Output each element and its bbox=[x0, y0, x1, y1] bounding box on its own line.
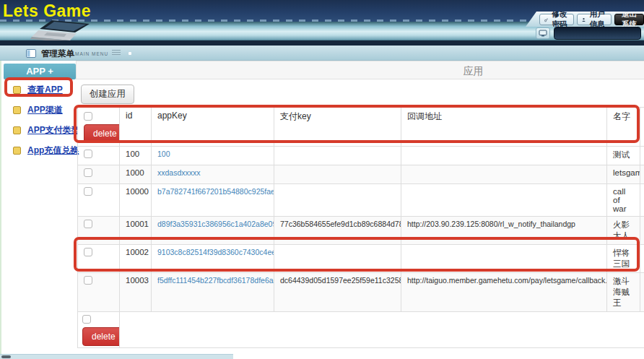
cell-appkey: 100 bbox=[152, 147, 274, 165]
cell-paykey bbox=[274, 147, 401, 165]
menu-title: 管理菜单 bbox=[41, 48, 74, 59]
sidebar-link-app-pay-type[interactable]: APP支付类型 bbox=[27, 124, 80, 137]
change-password-button[interactable]: 修改密码 bbox=[539, 14, 574, 25]
left-edge-line bbox=[0, 61, 1, 354]
cell-extra: e bbox=[640, 273, 644, 312]
delete-button-top[interactable]: delete bbox=[84, 124, 120, 143]
collapsed-panel-bar[interactable] bbox=[554, 27, 641, 40]
cell-extra: 0 bbox=[640, 245, 644, 273]
logout-button[interactable]: 退出系统 bbox=[614, 14, 644, 25]
cell-callback: http://203.90.239.125:8080/rl_w_notify_t… bbox=[401, 217, 607, 245]
menu-toggle-icon[interactable] bbox=[112, 50, 121, 56]
cell-appkey: d89f3a35931c386956c1a402a8e09941 bbox=[152, 217, 274, 245]
cell-name: 测试 bbox=[607, 147, 640, 165]
row-checkbox[interactable] bbox=[84, 220, 92, 228]
user-info-label: 用户信息 bbox=[588, 9, 606, 30]
app-table-footer: delete bbox=[78, 312, 644, 348]
cell-name: letsgame bbox=[607, 165, 640, 184]
sidebar-item-app-recharge[interactable]: App充值兑换 bbox=[4, 140, 76, 160]
footer-empty-cell bbox=[120, 312, 644, 348]
cell-name: call of war bbox=[607, 184, 640, 217]
cell-id: 100 bbox=[120, 147, 152, 165]
appkey-link[interactable]: f5dffc111454b227fbcdf36178dfe6ac bbox=[157, 276, 274, 285]
cell-name: 悍将三国 bbox=[607, 245, 640, 273]
table-row: 100100测试0 bbox=[78, 147, 644, 165]
appkey-link[interactable]: 100 bbox=[157, 150, 170, 158]
column-header-paykey: 支付key bbox=[274, 108, 401, 147]
cell-id: 10001 bbox=[120, 217, 152, 245]
sidebar-item-app-channel[interactable]: APP渠道 bbox=[4, 100, 76, 120]
cell-extra: 0 bbox=[640, 184, 644, 217]
create-app-button[interactable]: 创建应用 bbox=[81, 85, 134, 104]
cell-name: 激斗海贼王 bbox=[607, 273, 640, 312]
table-row: 10000b7a782741f667201b54880c925faec4bcal… bbox=[78, 184, 644, 217]
sidebar-item-app-pay-type[interactable]: APP支付类型 bbox=[4, 120, 76, 140]
sidebar-link-app-channel[interactable]: APP渠道 bbox=[27, 104, 63, 116]
table-row: 10001d89f3a35931c386956c1a402a8e0994177c… bbox=[78, 217, 644, 245]
admin-page: { "header": { "logo": "Lets Game", "chan… bbox=[0, 0, 644, 359]
row-checkbox[interactable] bbox=[84, 248, 92, 256]
sidebar-link-view-app[interactable]: 查看APP bbox=[27, 84, 63, 96]
cell-id: 10003 bbox=[120, 273, 152, 312]
cell-appkey: f5dffc111454b227fbcdf36178dfe6ac bbox=[152, 273, 274, 312]
column-header-name: 名字 bbox=[607, 108, 640, 147]
table-header-row: delete id appKey 支付key 回调地址 名字 f bbox=[78, 108, 644, 147]
sidebar-section-app[interactable]: APP + bbox=[4, 64, 76, 79]
bullet-icon bbox=[13, 147, 21, 155]
window-icon bbox=[26, 49, 36, 58]
appkey-link[interactable]: d89f3a35931c386956c1a402a8e09941 bbox=[157, 220, 274, 228]
appkey-link[interactable]: b7a782741f667201b54880c925faec4b bbox=[157, 187, 274, 196]
bullet-icon bbox=[13, 126, 21, 134]
cell-paykey bbox=[274, 165, 401, 184]
cell-id: 10000 bbox=[120, 184, 152, 217]
table-row: 100029103c8c82514f39d8360c7430c4ee557悍将三… bbox=[78, 245, 644, 273]
delete-button-bottom[interactable]: delete bbox=[82, 327, 120, 346]
appkey-link[interactable]: 9103c8c82514f39d8360c7430c4ee557 bbox=[157, 248, 274, 256]
bullet-icon bbox=[13, 86, 21, 94]
main-menu-bar: 管理菜单 MAIN MENU bbox=[0, 46, 644, 61]
cell-paykey bbox=[274, 245, 401, 273]
change-password-label: 修改密码 bbox=[550, 9, 569, 30]
row-checkbox[interactable] bbox=[84, 150, 92, 158]
column-header-appkey: appKey bbox=[152, 108, 274, 147]
logout-label: 退出系统 bbox=[619, 9, 639, 30]
sidebar: APP + 查看APP APP渠道 APP支付类型 App充值兑换 bbox=[4, 64, 76, 160]
appkey-link[interactable]: xxdasdxxxxx bbox=[157, 168, 201, 177]
column-header-id: id bbox=[120, 108, 152, 147]
menu-dot bbox=[129, 52, 131, 55]
user-icon bbox=[582, 17, 586, 23]
row-checkbox[interactable] bbox=[84, 168, 92, 177]
horizontal-scrollbar[interactable] bbox=[0, 354, 233, 359]
user-info-button[interactable]: 用户信息 bbox=[577, 14, 612, 25]
cell-callback: http://taiguo.member.gamehetu.com/pay/le… bbox=[401, 273, 607, 312]
cell-appkey: 9103c8c82514f39d8360c7430c4ee557 bbox=[152, 245, 274, 273]
bullet-icon bbox=[13, 106, 21, 114]
sidebar-link-app-recharge[interactable]: App充值兑换 bbox=[27, 144, 79, 157]
row-checkbox[interactable] bbox=[84, 187, 92, 196]
table-row: 1000xxdasdxxxxxletsgame bbox=[78, 165, 644, 184]
cell-id: 10002 bbox=[120, 245, 152, 273]
select-all-checkbox-bottom[interactable] bbox=[82, 315, 91, 324]
row-select-cell bbox=[78, 165, 120, 184]
row-checkbox[interactable] bbox=[84, 276, 92, 285]
cell-callback bbox=[401, 147, 607, 165]
cell-extra bbox=[640, 165, 644, 184]
cell-paykey: 77c36b584655efe9d1cb89c6884d78c6 bbox=[274, 217, 401, 245]
cell-callback bbox=[401, 165, 607, 184]
cell-paykey bbox=[274, 184, 401, 217]
row-select-cell bbox=[78, 245, 120, 273]
monitor-icon bbox=[539, 30, 547, 37]
monitor-button[interactable] bbox=[536, 27, 550, 39]
cell-callback bbox=[401, 184, 607, 217]
scrollbar-handle[interactable] bbox=[1, 355, 11, 358]
header-button-panel: 修改密码 用户信息 退出系统 bbox=[526, 12, 644, 27]
app-table-header: delete id appKey 支付key 回调地址 名字 f bbox=[78, 108, 644, 147]
row-select-cell bbox=[78, 273, 120, 312]
sidebar-item-view-app[interactable]: 查看APP bbox=[4, 79, 76, 100]
menu-subtitle: MAIN MENU bbox=[75, 51, 108, 56]
key-icon bbox=[544, 17, 548, 23]
select-all-checkbox[interactable] bbox=[84, 112, 92, 121]
main-content: 应用 创建应用 delete id appKey 支付key 回调地址 名字 f… bbox=[76, 61, 644, 348]
cell-appkey: b7a782741f667201b54880c925faec4b bbox=[152, 184, 274, 217]
toolbar: 创建应用 bbox=[76, 79, 644, 107]
